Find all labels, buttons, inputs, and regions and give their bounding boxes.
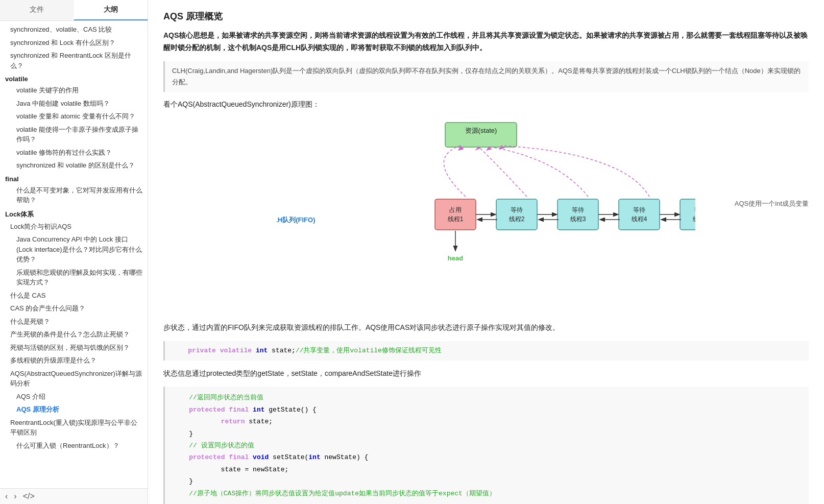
- svg-text:线程1: 线程1: [448, 215, 464, 223]
- tab-file[interactable]: 文件: [0, 0, 74, 20]
- svg-rect-19: [680, 199, 695, 230]
- svg-text:线程4: 线程4: [632, 215, 647, 223]
- code-icon[interactable]: </>: [23, 492, 35, 501]
- tab-outline[interactable]: 大纲: [74, 0, 148, 20]
- code-block-2: //返回同步状态的当前值 protected final int getStat…: [163, 387, 809, 504]
- svg-rect-13: [558, 199, 598, 230]
- main-content: AQS 原理概览 AQS核心思想是，如果被请求的共享资源空闲，则将当前请求资源的…: [148, 0, 824, 504]
- sidebar-item-reentrantlock[interactable]: ReentrantLock(重入锁)实现原理与公平非公平锁区别: [0, 416, 148, 439]
- sidebar-item-deadlock-conditions[interactable]: 产生死锁的条件是什么？怎么防止死锁？: [0, 328, 148, 341]
- sidebar-item-sync-reentrant[interactable]: synchronized 和 ReentrantLock 区别是什么？: [0, 49, 148, 72]
- sidebar-tabs: 文件 大纲: [0, 0, 148, 21]
- sidebar-item-aqs-detail[interactable]: AQS(AbstractQueuedSynchronizer)详解与源码分析: [0, 367, 148, 390]
- sidebar-item-cas-problems[interactable]: CAS 的会产生什么问题？: [0, 302, 148, 315]
- sidebar-item-volatile-atomic[interactable]: volatile 变量和 atomic 变量有什么不同？: [0, 110, 148, 123]
- sidebar-item-reentrantlock-what[interactable]: 什么可重入锁（ReentrantLock）？: [0, 439, 148, 452]
- svg-text:线程2: 线程2: [509, 215, 525, 223]
- svg-rect-16: [619, 199, 660, 230]
- svg-text:等待: 等待: [694, 206, 695, 213]
- svg-text:等待: 等待: [511, 206, 523, 213]
- blockquote: CLH(Craig,Landin,and Hagersten)队列是一个虚拟的双…: [163, 61, 809, 92]
- sidebar-item-lock-interface[interactable]: Java Concurrency API 中的 Lock 接口(Lock int…: [0, 233, 148, 266]
- sidebar-item-deadlock[interactable]: 什么是死锁？: [0, 315, 148, 328]
- aqs-diagram: 资源(state) CLH队列(FIFO) 占用 线程1 等待 线程2: [277, 117, 695, 301]
- sidebar-content: synchronized、volatile、CAS 比较 synchronize…: [0, 21, 148, 488]
- sidebar-bottom: ‹ › </>: [0, 488, 148, 504]
- sidebar-item-aqs-principle[interactable]: AQS 原理分析: [0, 403, 148, 416]
- sub-heading: 看个AQS(AbstractQueuedSynchronizer)原理图：: [163, 100, 809, 109]
- sidebar-item-volatile-practice[interactable]: volatile 修饰符的有过什么实践？: [0, 146, 148, 159]
- nav-group-volatile: volatile: [0, 72, 148, 84]
- sidebar-item-cas[interactable]: 什么是 CAS: [0, 289, 148, 302]
- nav-group-final: final: [0, 172, 148, 184]
- state-desc: 步状态，通过内置的FIFO队列来完成获取资源线程的排队工作。AQS使用CAS对该…: [163, 322, 809, 334]
- sidebar-item-aqs-intro[interactable]: AQS 介绍: [0, 390, 148, 403]
- diagram-container: AQS使用一个int成员变量 资源(state) CLH队列(FIFO) 占用 …: [163, 117, 809, 311]
- intro-bold: AQS核心思想是，如果被请求的共享资源空闲，则将当前请求资源的线程设置为有效的工…: [163, 31, 808, 52]
- nav-group-lock: Lock体系: [0, 207, 148, 220]
- svg-text:线程n: 线程n: [693, 215, 695, 223]
- sidebar-item-optimistic-pessimistic[interactable]: 乐观锁和悲观锁的理解及如何实现，有哪些实现方式？: [0, 266, 148, 289]
- svg-text:线程3: 线程3: [570, 215, 586, 223]
- aqs-note: AQS使用一个int成员变量: [735, 199, 809, 208]
- sidebar-item-deadlock-livelock[interactable]: 死锁与活锁的区别，死锁与饥饿的区别？: [0, 341, 148, 354]
- sidebar-item-sync-lock[interactable]: synchronized 和 Lock 有什么区别？: [0, 36, 148, 50]
- sidebar-item-sync-volatile-cas[interactable]: synchronized、volatile、CAS 比较: [0, 23, 148, 36]
- svg-text:等待: 等待: [633, 206, 645, 213]
- nav-back-icon[interactable]: ‹: [5, 492, 8, 501]
- intro-paragraph: AQS核心思想是，如果被请求的共享资源空闲，则将当前请求资源的线程设置为有效的工…: [163, 30, 809, 54]
- sidebar-item-immutable[interactable]: 什么是不可变对象，它对写并发应用有什么帮助？: [0, 184, 148, 207]
- svg-text:资源(state): 资源(state): [465, 127, 497, 134]
- page-title: AQS 原理概览: [163, 10, 809, 22]
- sidebar-item-lock-aqs[interactable]: Lock简介与初识AQS: [0, 220, 148, 233]
- code-block-1: private volatile int state;//共享变量，使用vola…: [163, 341, 809, 361]
- svg-text:等待: 等待: [572, 206, 584, 213]
- svg-text:占用: 占用: [449, 206, 462, 213]
- sidebar-item-volatile-role[interactable]: volatile 关键字的作用: [0, 84, 148, 97]
- svg-text:head: head: [448, 254, 463, 262]
- sidebar-item-sync-volatile-diff[interactable]: synchronized 和 volatile 的区别是什么？: [0, 159, 148, 172]
- sidebar-item-volatile-atomic-op[interactable]: volatile 能使得一个非原子操作变成原子操作吗？: [0, 123, 148, 146]
- sidebar-item-volatile-array[interactable]: Java 中能创建 volatile 数组吗？: [0, 97, 148, 110]
- nav-forward-icon[interactable]: ›: [14, 492, 16, 501]
- svg-rect-10: [496, 199, 537, 230]
- state-desc2: 状态信息通过protected类型的getState，setState，comp…: [163, 368, 809, 380]
- sidebar-item-lock-upgrade[interactable]: 多线程锁的升级原理是什么？: [0, 354, 148, 367]
- svg-text:CLH队列(FIFO): CLH队列(FIFO): [277, 216, 315, 224]
- sidebar: 文件 大纲 synchronized、volatile、CAS 比较 synch…: [0, 0, 148, 504]
- svg-rect-7: [435, 199, 476, 230]
